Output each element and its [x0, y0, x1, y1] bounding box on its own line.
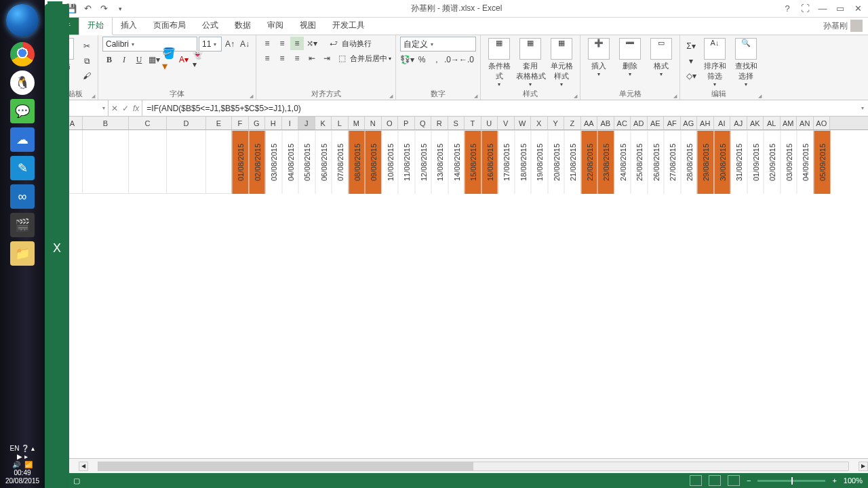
shrink-font-icon[interactable]: A↓ — [238, 37, 252, 51]
cell[interactable] — [206, 130, 232, 194]
autosum-icon[interactable]: Σ▾ — [684, 39, 698, 53]
align-right-icon[interactable]: ≡ — [290, 52, 304, 65]
col-header[interactable]: Z — [564, 117, 581, 129]
col-header[interactable]: Q — [415, 117, 432, 129]
col-header[interactable]: C — [129, 117, 167, 129]
cell[interactable]: 20/08/2015 — [548, 130, 565, 194]
font-name-combo[interactable]: Calibri — [102, 37, 197, 52]
cancel-icon[interactable]: ✕ — [111, 104, 118, 113]
col-header[interactable]: F — [232, 117, 249, 129]
cell[interactable] — [129, 130, 167, 194]
cell[interactable]: 28/08/2015 — [681, 130, 698, 194]
taskbar-wechat-icon[interactable]: 💬 — [10, 99, 35, 123]
col-header[interactable]: AB — [597, 117, 614, 129]
cell[interactable]: 13/08/2015 — [431, 130, 448, 194]
underline-button[interactable]: U — [132, 53, 146, 66]
ribbon-opts-icon[interactable]: ⛶ — [797, 2, 812, 16]
worksheet-grid[interactable]: ABCDEFGHIJKLMNOPQRSTUVWXYZAAABACADAEAFAG… — [45, 117, 868, 458]
cell[interactable]: 03/08/2015 — [265, 130, 282, 194]
horizontal-scrollbar[interactable]: ◀▶ — [79, 462, 868, 471]
taskbar-explorer-icon[interactable]: 📁 — [10, 241, 35, 266]
cell[interactable]: 10/08/2015 — [382, 130, 399, 194]
percent-icon[interactable]: % — [415, 53, 429, 66]
taskbar-qq-icon[interactable]: 🐧 — [10, 70, 35, 95]
inc-indent-icon[interactable]: ⇥ — [320, 52, 334, 65]
taskbar-baidu-icon[interactable]: ☁ — [10, 127, 35, 152]
zoom-in-icon[interactable]: + — [832, 476, 836, 485]
ribbon-tab-4[interactable]: 公式 — [194, 17, 226, 35]
cond-format-button[interactable]: ▦条件格式▾ — [485, 37, 513, 87]
cell-style-button[interactable]: ▦单元格样式▾ — [547, 37, 576, 87]
italic-button[interactable]: I — [117, 53, 131, 66]
col-header[interactable]: W — [515, 117, 532, 129]
col-header[interactable]: R — [431, 117, 448, 129]
cell[interactable]: 01/09/2015 — [747, 130, 764, 194]
font-size-combo[interactable]: 11 — [199, 37, 222, 52]
cell[interactable]: 08/08/2015 — [349, 130, 366, 194]
cell[interactable]: 27/08/2015 — [664, 130, 681, 194]
dec-dec-icon[interactable]: ←.0 — [460, 53, 473, 66]
col-header[interactable]: AA — [581, 117, 598, 129]
cell[interactable]: 21/08/2015 — [564, 130, 581, 194]
wrap-icon[interactable]: ⮐ — [327, 37, 340, 50]
taskbar-chrome-icon[interactable] — [10, 42, 35, 66]
macro-rec-icon[interactable]: ▢ — [73, 476, 80, 485]
border-icon[interactable]: ▦▾ — [147, 53, 161, 66]
start-button[interactable] — [6, 4, 39, 37]
col-header[interactable]: AK — [747, 117, 764, 129]
col-header[interactable]: D — [167, 117, 206, 129]
qat-custom-icon[interactable]: ▾ — [113, 1, 127, 16]
cell[interactable]: 23/08/2015 — [597, 130, 614, 194]
col-header[interactable]: AL — [764, 117, 781, 129]
ribbon-tab-8[interactable]: 开发工具 — [324, 17, 373, 35]
qat-undo-icon[interactable]: ↶ — [80, 1, 95, 16]
minimize-icon[interactable]: — — [815, 2, 830, 16]
insert-cells-button[interactable]: ➕插入▾ — [585, 37, 613, 77]
cut-icon[interactable]: ✂ — [80, 39, 94, 53]
view-break-icon[interactable] — [728, 475, 740, 486]
col-header[interactable]: Y — [548, 117, 565, 129]
cell[interactable]: 31/08/2015 — [730, 130, 747, 194]
clear-icon[interactable]: ◇▾ — [684, 69, 698, 83]
delete-cells-button[interactable]: ➖删除▾ — [616, 37, 644, 77]
align-center-icon[interactable]: ≡ — [275, 52, 289, 65]
cell[interactable]: 14/08/2015 — [448, 130, 465, 194]
ribbon-tab-3[interactable]: 页面布局 — [145, 17, 194, 35]
col-header[interactable]: L — [332, 117, 349, 129]
cell[interactable]: 03/09/2015 — [781, 130, 797, 194]
col-header[interactable]: B — [83, 117, 129, 129]
taskbar-tray[interactable]: EN❔▴ ▶▸ 🔊📶 00:49 20/08/2015 — [0, 444, 45, 488]
taskbar-media-icon[interactable]: 🎬 — [10, 213, 35, 237]
col-header[interactable]: X — [531, 117, 548, 129]
col-header[interactable]: J — [298, 117, 315, 129]
cell[interactable]: 04/09/2015 — [797, 130, 814, 194]
enter-icon[interactable]: ✓ — [122, 104, 129, 113]
align-top-icon[interactable]: ≡ — [260, 37, 274, 50]
phonetic-icon[interactable]: 👻▾ — [192, 53, 205, 66]
cell[interactable]: 29/08/2015 — [697, 130, 714, 194]
cell[interactable] — [83, 130, 129, 194]
cell[interactable]: 05/08/2015 — [298, 130, 315, 194]
inc-dec-icon[interactable]: .0→ — [445, 53, 458, 66]
cell[interactable] — [167, 130, 206, 194]
col-header[interactable]: K — [315, 117, 332, 129]
cell[interactable]: 15/08/2015 — [465, 130, 481, 194]
col-header[interactable]: AM — [781, 117, 797, 129]
cell[interactable]: 04/08/2015 — [282, 130, 299, 194]
cell[interactable]: 19/08/2015 — [531, 130, 548, 194]
cell[interactable]: 11/08/2015 — [398, 130, 415, 194]
col-header[interactable]: AE — [648, 117, 665, 129]
cell[interactable]: 02/09/2015 — [764, 130, 781, 194]
format-cells-button[interactable]: ▭格式▾ — [647, 37, 675, 77]
col-header[interactable]: S — [448, 117, 465, 129]
cell[interactable]: 09/08/2015 — [365, 130, 382, 194]
cell[interactable]: 16/08/2015 — [481, 130, 498, 194]
ribbon-tab-2[interactable]: 插入 — [113, 17, 145, 35]
col-header[interactable]: M — [349, 117, 366, 129]
taskbar-app2-icon[interactable]: ∞ — [10, 184, 35, 209]
col-header[interactable]: H — [265, 117, 282, 129]
zoom-slider[interactable] — [757, 480, 825, 482]
col-header[interactable]: AF — [664, 117, 681, 129]
ribbon-tab-6[interactable]: 审阅 — [259, 17, 292, 35]
dec-indent-icon[interactable]: ⇤ — [305, 52, 319, 65]
